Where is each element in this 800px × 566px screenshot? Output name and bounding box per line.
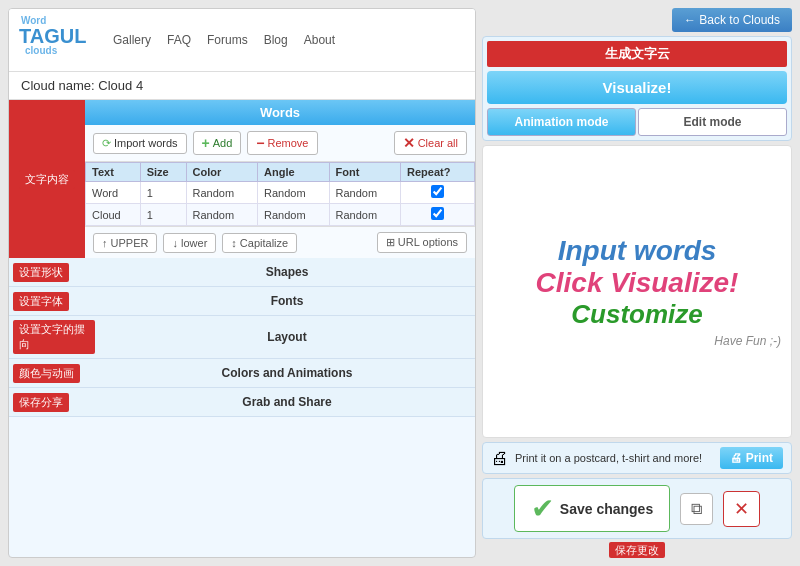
x-icon: ✕ (403, 135, 415, 151)
copy-button[interactable]: ⧉ (680, 493, 713, 525)
import-icon: ⟳ (102, 137, 111, 150)
nav-about[interactable]: About (304, 33, 335, 47)
table-row[interactable]: Cloud 1 Random Random Random (86, 204, 475, 226)
print-text: Print it on a postcard, t-shirt and more… (515, 452, 714, 464)
print-button[interactable]: 🖨 Print (720, 447, 783, 469)
sections-container: 设置形状 Shapes 设置字体 Fonts 设置文字的摆向 Layout 颜色… (9, 258, 475, 417)
section-badge: 设置形状 (13, 263, 69, 282)
checkmark-icon: ✔ (531, 492, 554, 525)
clear-all-button[interactable]: ✕ Clear all (394, 131, 467, 155)
section-layout[interactable]: 设置文字的摆向 Layout (9, 316, 475, 359)
cell-repeat[interactable] (401, 182, 475, 204)
cell-text: Cloud (86, 204, 141, 226)
preview-line2: Click Visualize! (536, 267, 739, 299)
mode-buttons: Animation mode Edit mode (487, 108, 787, 136)
have-fun-text: Have Fun ;-) (714, 334, 781, 348)
animation-mode-button[interactable]: Animation mode (487, 108, 636, 136)
cell-color: Random (186, 182, 258, 204)
save-changes-button[interactable]: ✔ Save changes (514, 485, 670, 532)
logo: Word TAGUL clouds (19, 15, 99, 65)
cloud-name-value: Cloud 4 (98, 78, 143, 93)
section-badge: 颜色与动画 (13, 364, 80, 383)
words-header: Words (85, 100, 475, 125)
col-font: Font (329, 163, 401, 182)
print-bar: 🖨 Print it on a postcard, t-shirt and mo… (482, 442, 792, 474)
capitalize-button[interactable]: ↕ Capitalize (222, 233, 297, 253)
col-repeat: Repeat? (401, 163, 475, 182)
words-toolbar: ⟳ Import words + Add − Remove ✕ Clear al… (85, 125, 475, 162)
print-icon: 🖨 (491, 448, 509, 469)
col-color: Color (186, 163, 258, 182)
cell-size: 1 (140, 182, 186, 204)
section-title[interactable]: Colors and Animations (99, 359, 475, 387)
nav-gallery[interactable]: Gallery (113, 33, 151, 47)
cell-angle: Random (258, 204, 330, 226)
section-title[interactable]: Fonts (99, 287, 475, 315)
edit-mode-button[interactable]: Edit mode (638, 108, 787, 136)
section-colors-and-animations[interactable]: 颜色与动画 Colors and Animations (9, 359, 475, 388)
add-word-button[interactable]: + Add (193, 131, 242, 155)
upper-button[interactable]: ↑ UPPER (93, 233, 157, 253)
cell-font: Random (329, 182, 401, 204)
preview-area: Input words Click Visualize! Customize H… (482, 145, 792, 438)
repeat-checkbox[interactable] (431, 185, 444, 198)
back-to-clouds-button[interactable]: ← Back to Clouds (672, 8, 792, 32)
cloud-name-bar: Cloud name: Cloud 4 (9, 72, 475, 100)
section-title[interactable]: Layout (99, 323, 475, 351)
words-table-wrapper: Text Size Color Angle Font Repeat? Word … (85, 162, 475, 226)
section-title[interactable]: Grab and Share (99, 388, 475, 416)
remove-word-button[interactable]: − Remove (247, 131, 317, 155)
visualize-button[interactable]: Visualize! (487, 71, 787, 104)
right-header: 生成文字云 Visualize! Animation mode Edit mod… (482, 36, 792, 141)
copy-icon: ⧉ (691, 500, 702, 517)
cell-size: 1 (140, 204, 186, 226)
plus-icon: + (202, 135, 210, 151)
section-grab-and-share[interactable]: 保存分享 Grab and Share (9, 388, 475, 417)
section-badge: 保存分享 (13, 393, 69, 412)
nav-forums[interactable]: Forums (207, 33, 248, 47)
save-label-badge: 保存更改 (609, 542, 665, 558)
import-words-button[interactable]: ⟳ Import words (93, 133, 187, 154)
save-changes-label: Save changes (560, 501, 653, 517)
col-angle: Angle (258, 163, 330, 182)
preview-line3: Customize (571, 299, 702, 330)
cloud-name-label: Cloud name: (21, 78, 95, 93)
cell-color: Random (186, 204, 258, 226)
cell-text: Word (86, 182, 141, 204)
lower-button[interactable]: ↓ lower (163, 233, 216, 253)
section-badge: 设置字体 (13, 292, 69, 311)
url-options-button[interactable]: ⊞ URL options (377, 232, 467, 253)
printer-icon: 🖨 (730, 451, 742, 465)
words-content-badge: 文字内容 (19, 170, 75, 189)
words-section: Words ⟳ Import words + Add − Remove (85, 100, 475, 258)
generate-label: 生成文字云 (487, 41, 787, 67)
section-badge: 设置文字的摆向 (13, 320, 95, 354)
header-bar: Word TAGUL clouds Gallery FAQ Forums Blo… (9, 9, 475, 72)
section-fonts[interactable]: 设置字体 Fonts (9, 287, 475, 316)
repeat-checkbox[interactable] (431, 207, 444, 220)
table-row[interactable]: Word 1 Random Random Random (86, 182, 475, 204)
bottom-toolbar: ↑ UPPER ↓ lower ↕ Capitalize ⊞ URL optio… (85, 226, 475, 258)
cell-font: Random (329, 204, 401, 226)
preview-line1: Input words (558, 235, 717, 267)
minus-icon: − (256, 135, 264, 151)
col-text: Text (86, 163, 141, 182)
delete-button[interactable]: ✕ (723, 491, 760, 527)
save-bar: ✔ Save changes ⧉ ✕ (482, 478, 792, 539)
nav-links: Gallery FAQ Forums Blog About (113, 33, 335, 47)
nav-blog[interactable]: Blog (264, 33, 288, 47)
cell-angle: Random (258, 182, 330, 204)
delete-icon: ✕ (734, 499, 749, 519)
words-table: Text Size Color Angle Font Repeat? Word … (85, 162, 475, 226)
col-size: Size (140, 163, 186, 182)
nav-faq[interactable]: FAQ (167, 33, 191, 47)
cell-repeat[interactable] (401, 204, 475, 226)
section-title[interactable]: Shapes (99, 258, 475, 286)
section-shapes[interactable]: 设置形状 Shapes (9, 258, 475, 287)
